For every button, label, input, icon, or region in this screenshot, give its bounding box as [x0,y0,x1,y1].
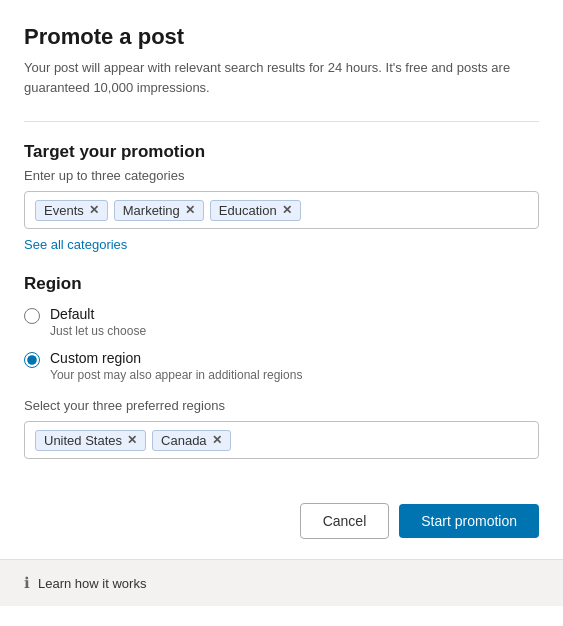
categories-input[interactable]: Events ✕ Marketing ✕ Education ✕ [24,191,539,229]
tag-events: Events ✕ [35,200,108,221]
region-title: Region [24,274,539,294]
tag-canada-remove[interactable]: ✕ [212,434,222,446]
region-tags-input[interactable]: United States ✕ Canada ✕ [24,421,539,459]
tag-marketing-label: Marketing [123,203,180,218]
tag-us: United States ✕ [35,430,146,451]
categories-title: Target your promotion [24,142,539,162]
info-icon: ℹ [24,574,30,592]
region-custom-label: Custom region [50,350,302,366]
region-default-radio[interactable] [24,308,40,324]
categories-section: Target your promotion Enter up to three … [24,142,539,252]
tag-education-remove[interactable]: ✕ [282,204,292,216]
tag-us-label: United States [44,433,122,448]
tag-marketing: Marketing ✕ [114,200,204,221]
tag-events-remove[interactable]: ✕ [89,204,99,216]
cancel-button[interactable]: Cancel [300,503,390,539]
region-custom-radio[interactable] [24,352,40,368]
start-promotion-button[interactable]: Start promotion [399,504,539,538]
footer-actions: Cancel Start promotion [0,483,563,559]
page-subtitle: Your post will appear with relevant sear… [24,58,539,97]
tag-us-remove[interactable]: ✕ [127,434,137,446]
region-custom-option[interactable]: Custom region Your post may also appear … [24,350,539,382]
region-default-option[interactable]: Default Just let us choose [24,306,539,338]
tag-education-label: Education [219,203,277,218]
region-default-sub: Just let us choose [50,324,146,338]
tag-events-label: Events [44,203,84,218]
see-all-categories-link[interactable]: See all categories [24,237,127,252]
region-radio-group: Default Just let us choose Custom region… [24,306,539,382]
bottom-bar: ℹ Learn how it works [0,559,563,606]
region-section: Region Default Just let us choose Custom… [24,274,539,459]
page-title: Promote a post [24,24,539,50]
learn-how-link[interactable]: Learn how it works [38,576,146,591]
tag-canada: Canada ✕ [152,430,231,451]
tag-education: Education ✕ [210,200,301,221]
tag-marketing-remove[interactable]: ✕ [185,204,195,216]
tag-canada-label: Canada [161,433,207,448]
region-default-label: Default [50,306,146,322]
categories-label: Enter up to three categories [24,168,539,183]
region-select-label: Select your three preferred regions [24,398,539,413]
section-divider [24,121,539,122]
region-custom-sub: Your post may also appear in additional … [50,368,302,382]
